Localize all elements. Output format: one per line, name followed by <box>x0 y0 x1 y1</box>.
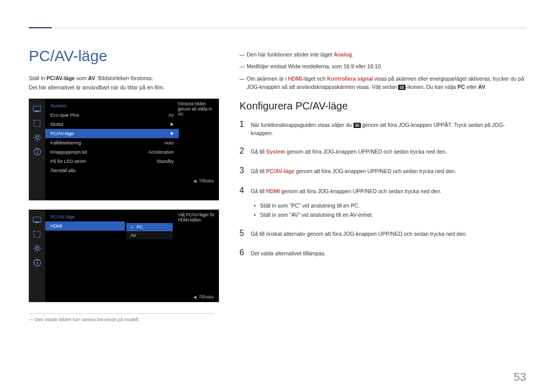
svg-line-9 <box>39 139 40 140</box>
info-icon <box>31 146 43 158</box>
osd-panel-system: System Förstora bilden genom att ställa … <box>29 99 219 200</box>
svg-rect-32 <box>400 87 404 87</box>
step-4: 4 Gå till HDMI genom att föra JOG-knappe… <box>239 184 526 197</box>
header-accent-bar <box>29 27 52 28</box>
svg-rect-14 <box>36 150 38 151</box>
list-item: Knappupprepn.tidAcceleration <box>45 147 179 157</box>
step-number: 1 <box>239 118 251 131</box>
intro-line-2: Det här alternativet är användbart när d… <box>29 83 229 92</box>
screen-icon <box>31 229 43 240</box>
svg-rect-28 <box>36 262 38 265</box>
step-1: 1 När funktionsknappsguiden visas väljer… <box>239 118 526 138</box>
svg-rect-1 <box>35 111 39 112</box>
svg-line-26 <box>34 250 35 251</box>
svg-rect-13 <box>36 151 38 154</box>
footnote-rule <box>29 313 214 314</box>
step-number: 2 <box>239 145 251 158</box>
footnote: ― Den visade bilden kan variera beroende… <box>29 317 229 322</box>
step-2: 2 Gå till System genom att föra JOG-knap… <box>239 145 526 158</box>
svg-line-11 <box>34 139 35 140</box>
svg-rect-33 <box>400 88 404 89</box>
svg-line-10 <box>39 135 40 136</box>
screen-icon <box>31 118 43 129</box>
bold-av: AV <box>88 75 95 81</box>
step-number: 5 <box>239 227 251 240</box>
page-title: PC/AV-läge <box>29 47 229 65</box>
back-arrow-icon: ◀ <box>193 179 196 183</box>
osd-sidebar <box>29 210 45 302</box>
svg-rect-31 <box>400 86 404 86</box>
osd-header: PC/AV-läge <box>50 214 75 219</box>
osd-submenu: ✓PC AV <box>126 223 173 239</box>
bullet-pc: Ställ in som "PC" vid anslutning till en… <box>254 201 526 211</box>
list-item: Eco-spar PlusAv <box>45 110 179 120</box>
svg-rect-35 <box>355 124 359 124</box>
dash-icon: ― <box>239 74 247 91</box>
dash-icon: ― <box>239 62 247 70</box>
section-heading: Konfigurera PC/AV-läge <box>239 100 526 112</box>
bold-pcav: PC/AV-läge <box>46 75 75 81</box>
list-item-selected: PC/AV-läge▶ <box>45 129 179 138</box>
text: Ställ in <box>29 75 46 81</box>
sub-bullets: Ställ in som "PC" vid anslutning till en… <box>254 201 526 220</box>
menu-icon <box>354 123 361 128</box>
text: . Bildstorleken förstoras. <box>95 75 153 81</box>
picture-icon <box>31 103 43 115</box>
osd-header: System <box>50 103 67 108</box>
list-item: Sluttid▶ <box>45 120 179 129</box>
step-number: 6 <box>239 247 251 259</box>
svg-rect-15 <box>33 217 41 222</box>
step-number: 3 <box>239 164 251 177</box>
osd-description: Förstora bilden genom att ställa in AV. <box>178 102 215 118</box>
bullet-av: Ställ in som "AV" vid anslutning till en… <box>254 211 526 220</box>
submenu-item-selected: ✓PC <box>126 223 173 231</box>
osd-list: Eco-spar PlusAv Sluttid▶ PC/AV-läge▶ Käl… <box>45 109 179 175</box>
list-item: På för LED-strömStandby <box>45 157 179 166</box>
svg-rect-36 <box>355 125 359 126</box>
menu-icon <box>398 85 405 90</box>
svg-line-25 <box>39 246 40 247</box>
gear-icon <box>31 243 43 254</box>
list-item: KälldetekteringAuto <box>45 138 179 147</box>
osd-panel-pcav: PC/AV-läge Välj PC/AV-läget för HDMI-käl… <box>29 210 219 302</box>
picture-icon <box>31 214 43 226</box>
list-item: Återställ alla <box>45 166 179 175</box>
osd-description: Välj PC/AV-läget för HDMI-källan. <box>178 213 215 223</box>
check-icon: ✓ <box>131 225 135 230</box>
intro-line-1: Ställ in PC/AV-läge som AV. Bildstorleke… <box>29 74 229 83</box>
osd-footer: ◀ Tillbaka <box>29 176 219 186</box>
list-item-selected: HDMI <box>45 221 125 231</box>
step-5: 5 Gå till önskat alternativ genom att fö… <box>239 227 526 240</box>
header-rule <box>54 28 526 28</box>
submenu-item: AV <box>126 231 173 239</box>
steps-list-cont: 5 Gå till önskat alternativ genom att fö… <box>239 227 526 260</box>
osd-footer: ◀ Tillbaka <box>45 292 219 302</box>
note-3: ― Om skärmen är i HDMI-läget och Kontrol… <box>239 74 526 91</box>
step-6: 6 Det valda alternativet tillämpas. <box>239 247 526 259</box>
back-arrow-icon: ◀ <box>193 295 196 300</box>
svg-rect-16 <box>35 222 39 223</box>
osd-sidebar <box>29 99 45 200</box>
svg-point-18 <box>35 247 39 250</box>
svg-rect-37 <box>355 126 359 127</box>
step-3: 3 Gå till PC/AV-läge genom att föra JOG-… <box>239 164 526 177</box>
text: som <box>75 75 88 81</box>
svg-line-24 <box>39 250 40 251</box>
dash-icon: ― <box>239 50 247 59</box>
info-icon <box>31 257 43 269</box>
svg-rect-2 <box>34 120 40 126</box>
svg-rect-29 <box>36 260 38 262</box>
note-1: ― Den här funktionen stöder inte läget A… <box>239 50 526 59</box>
page-number: 53 <box>514 370 526 384</box>
svg-line-23 <box>34 246 35 247</box>
svg-line-8 <box>34 135 35 136</box>
step-number: 4 <box>239 184 251 197</box>
gear-icon <box>31 132 43 143</box>
steps-list: 1 När funktionsknappsguiden visas väljer… <box>239 118 526 197</box>
note-2: ― Medföljer endast Wide-modellerna, som … <box>239 62 526 70</box>
svg-rect-0 <box>33 106 41 111</box>
svg-rect-17 <box>34 231 40 237</box>
svg-point-3 <box>35 136 39 139</box>
